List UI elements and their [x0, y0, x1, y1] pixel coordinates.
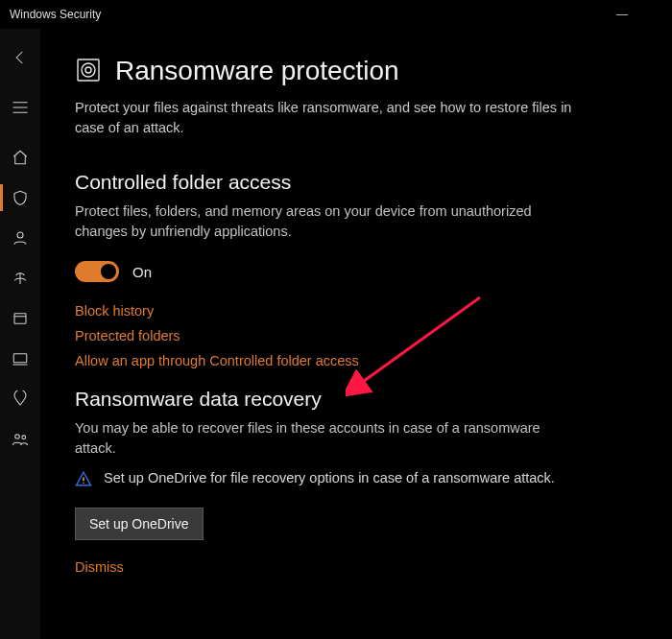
allow-app-link[interactable]: Allow an app through Controlled folder a…	[75, 353, 639, 368]
svg-rect-2	[13, 354, 27, 363]
setup-onedrive-button[interactable]: Set up OneDrive	[75, 508, 204, 540]
ransomware-icon	[75, 57, 102, 86]
recovery-desc: You may be able to recover files in thes…	[75, 418, 574, 459]
svg-point-3	[15, 435, 20, 439]
device-performance-nav[interactable]	[0, 380, 40, 418]
svg-point-0	[17, 232, 23, 238]
back-button[interactable]	[0, 38, 40, 77]
recovery-info: Set up OneDrive for file recovery option…	[104, 468, 555, 487]
home-nav[interactable]	[0, 138, 40, 177]
main-content: Ransomware protection Protect your files…	[40, 29, 672, 639]
account-protection-nav[interactable]	[0, 219, 40, 257]
firewall-network-nav[interactable]	[0, 259, 40, 297]
device-security-nav[interactable]	[0, 340, 40, 378]
cfa-toggle-label: On	[132, 264, 152, 280]
warning-icon	[75, 468, 92, 490]
svg-point-8	[83, 483, 84, 485]
page-title: Ransomware protection	[115, 56, 399, 86]
virus-protection-nav[interactable]	[0, 178, 40, 217]
cfa-heading: Controlled folder access	[75, 171, 639, 194]
protected-folders-link[interactable]: Protected folders	[75, 328, 639, 343]
svg-rect-1	[14, 314, 26, 324]
svg-point-7	[85, 67, 91, 73]
svg-point-4	[22, 436, 26, 439]
minimize-button[interactable]: —	[609, 8, 636, 21]
page-subtitle: Protect your files against threats like …	[75, 98, 574, 138]
recovery-heading: Ransomware data recovery	[75, 388, 639, 411]
app-browser-nav[interactable]	[0, 299, 40, 338]
family-options-nav[interactable]	[0, 420, 40, 459]
block-history-link[interactable]: Block history	[75, 303, 639, 319]
dismiss-link[interactable]: Dismiss	[75, 559, 639, 575]
sidebar	[0, 29, 40, 639]
menu-button[interactable]	[0, 88, 40, 127]
cfa-desc: Protect files, folders, and memory areas…	[75, 201, 574, 242]
window-title: Windows Security	[10, 8, 101, 21]
titlebar: Windows Security —	[0, 0, 672, 29]
cfa-toggle[interactable]	[75, 261, 119, 282]
svg-point-6	[82, 63, 95, 77]
